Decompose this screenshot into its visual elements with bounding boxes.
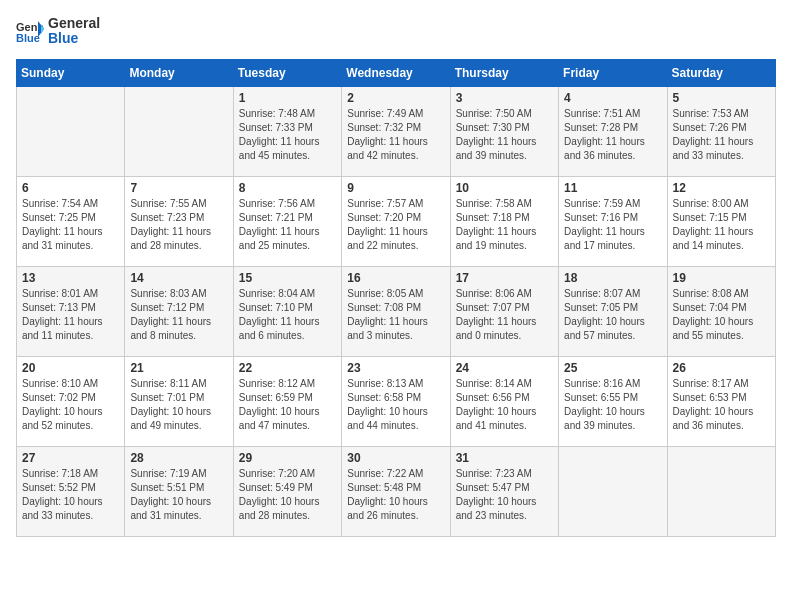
cell-content: Sunrise: 7:20 AMSunset: 5:49 PMDaylight:… xyxy=(239,467,336,523)
logo-blue: Blue xyxy=(48,30,78,46)
calendar-cell: 11Sunrise: 7:59 AMSunset: 7:16 PMDayligh… xyxy=(559,176,667,266)
page-header: General Blue General Blue xyxy=(16,16,776,47)
calendar-week-row: 27Sunrise: 7:18 AMSunset: 5:52 PMDayligh… xyxy=(17,446,776,536)
cell-content: Sunrise: 8:10 AMSunset: 7:02 PMDaylight:… xyxy=(22,377,119,433)
calendar-cell: 3Sunrise: 7:50 AMSunset: 7:30 PMDaylight… xyxy=(450,86,558,176)
calendar-cell: 8Sunrise: 7:56 AMSunset: 7:21 PMDaylight… xyxy=(233,176,341,266)
day-number: 5 xyxy=(673,91,770,105)
day-of-week-header: Tuesday xyxy=(233,59,341,86)
cell-content: Sunrise: 7:22 AMSunset: 5:48 PMDaylight:… xyxy=(347,467,444,523)
cell-content: Sunrise: 7:50 AMSunset: 7:30 PMDaylight:… xyxy=(456,107,553,163)
calendar-cell: 15Sunrise: 8:04 AMSunset: 7:10 PMDayligh… xyxy=(233,266,341,356)
day-of-week-header: Friday xyxy=(559,59,667,86)
calendar-cell: 16Sunrise: 8:05 AMSunset: 7:08 PMDayligh… xyxy=(342,266,450,356)
cell-content: Sunrise: 8:14 AMSunset: 6:56 PMDaylight:… xyxy=(456,377,553,433)
cell-content: Sunrise: 7:48 AMSunset: 7:33 PMDaylight:… xyxy=(239,107,336,163)
calendar-cell: 12Sunrise: 8:00 AMSunset: 7:15 PMDayligh… xyxy=(667,176,775,266)
calendar-cell: 9Sunrise: 7:57 AMSunset: 7:20 PMDaylight… xyxy=(342,176,450,266)
cell-content: Sunrise: 7:58 AMSunset: 7:18 PMDaylight:… xyxy=(456,197,553,253)
calendar-cell: 19Sunrise: 8:08 AMSunset: 7:04 PMDayligh… xyxy=(667,266,775,356)
day-number: 1 xyxy=(239,91,336,105)
calendar-cell: 22Sunrise: 8:12 AMSunset: 6:59 PMDayligh… xyxy=(233,356,341,446)
calendar-cell: 31Sunrise: 7:23 AMSunset: 5:47 PMDayligh… xyxy=(450,446,558,536)
calendar-cell: 25Sunrise: 8:16 AMSunset: 6:55 PMDayligh… xyxy=(559,356,667,446)
calendar-week-row: 6Sunrise: 7:54 AMSunset: 7:25 PMDaylight… xyxy=(17,176,776,266)
calendar-table: SundayMondayTuesdayWednesdayThursdayFrid… xyxy=(16,59,776,537)
calendar-cell: 29Sunrise: 7:20 AMSunset: 5:49 PMDayligh… xyxy=(233,446,341,536)
cell-content: Sunrise: 8:11 AMSunset: 7:01 PMDaylight:… xyxy=(130,377,227,433)
day-number: 29 xyxy=(239,451,336,465)
cell-content: Sunrise: 7:51 AMSunset: 7:28 PMDaylight:… xyxy=(564,107,661,163)
cell-content: Sunrise: 8:00 AMSunset: 7:15 PMDaylight:… xyxy=(673,197,770,253)
day-of-week-header: Monday xyxy=(125,59,233,86)
calendar-cell: 27Sunrise: 7:18 AMSunset: 5:52 PMDayligh… xyxy=(17,446,125,536)
cell-content: Sunrise: 7:57 AMSunset: 7:20 PMDaylight:… xyxy=(347,197,444,253)
day-number: 28 xyxy=(130,451,227,465)
day-number: 12 xyxy=(673,181,770,195)
calendar-cell: 23Sunrise: 8:13 AMSunset: 6:58 PMDayligh… xyxy=(342,356,450,446)
day-number: 8 xyxy=(239,181,336,195)
day-of-week-header: Thursday xyxy=(450,59,558,86)
day-of-week-header: Wednesday xyxy=(342,59,450,86)
cell-content: Sunrise: 8:13 AMSunset: 6:58 PMDaylight:… xyxy=(347,377,444,433)
day-number: 9 xyxy=(347,181,444,195)
calendar-cell: 20Sunrise: 8:10 AMSunset: 7:02 PMDayligh… xyxy=(17,356,125,446)
calendar-cell xyxy=(125,86,233,176)
day-number: 11 xyxy=(564,181,661,195)
calendar-cell: 18Sunrise: 8:07 AMSunset: 7:05 PMDayligh… xyxy=(559,266,667,356)
day-number: 13 xyxy=(22,271,119,285)
day-number: 26 xyxy=(673,361,770,375)
cell-content: Sunrise: 7:49 AMSunset: 7:32 PMDaylight:… xyxy=(347,107,444,163)
day-number: 4 xyxy=(564,91,661,105)
day-number: 14 xyxy=(130,271,227,285)
calendar-cell: 30Sunrise: 7:22 AMSunset: 5:48 PMDayligh… xyxy=(342,446,450,536)
calendar-cell: 7Sunrise: 7:55 AMSunset: 7:23 PMDaylight… xyxy=(125,176,233,266)
day-number: 2 xyxy=(347,91,444,105)
cell-content: Sunrise: 7:23 AMSunset: 5:47 PMDaylight:… xyxy=(456,467,553,523)
day-number: 23 xyxy=(347,361,444,375)
day-number: 31 xyxy=(456,451,553,465)
day-number: 17 xyxy=(456,271,553,285)
day-of-week-header: Saturday xyxy=(667,59,775,86)
cell-content: Sunrise: 7:59 AMSunset: 7:16 PMDaylight:… xyxy=(564,197,661,253)
cell-content: Sunrise: 7:53 AMSunset: 7:26 PMDaylight:… xyxy=(673,107,770,163)
day-number: 3 xyxy=(456,91,553,105)
day-number: 16 xyxy=(347,271,444,285)
calendar-cell: 1Sunrise: 7:48 AMSunset: 7:33 PMDaylight… xyxy=(233,86,341,176)
day-number: 7 xyxy=(130,181,227,195)
logo-general: General xyxy=(48,15,100,31)
cell-content: Sunrise: 8:12 AMSunset: 6:59 PMDaylight:… xyxy=(239,377,336,433)
calendar-week-row: 1Sunrise: 7:48 AMSunset: 7:33 PMDaylight… xyxy=(17,86,776,176)
day-number: 27 xyxy=(22,451,119,465)
logo: General Blue General Blue xyxy=(16,16,100,47)
calendar-header-row: SundayMondayTuesdayWednesdayThursdayFrid… xyxy=(17,59,776,86)
cell-content: Sunrise: 8:05 AMSunset: 7:08 PMDaylight:… xyxy=(347,287,444,343)
day-number: 15 xyxy=(239,271,336,285)
day-number: 21 xyxy=(130,361,227,375)
day-number: 30 xyxy=(347,451,444,465)
cell-content: Sunrise: 7:54 AMSunset: 7:25 PMDaylight:… xyxy=(22,197,119,253)
calendar-cell: 13Sunrise: 8:01 AMSunset: 7:13 PMDayligh… xyxy=(17,266,125,356)
cell-content: Sunrise: 7:55 AMSunset: 7:23 PMDaylight:… xyxy=(130,197,227,253)
day-number: 18 xyxy=(564,271,661,285)
calendar-cell: 4Sunrise: 7:51 AMSunset: 7:28 PMDaylight… xyxy=(559,86,667,176)
calendar-week-row: 13Sunrise: 8:01 AMSunset: 7:13 PMDayligh… xyxy=(17,266,776,356)
calendar-cell: 17Sunrise: 8:06 AMSunset: 7:07 PMDayligh… xyxy=(450,266,558,356)
calendar-cell: 6Sunrise: 7:54 AMSunset: 7:25 PMDaylight… xyxy=(17,176,125,266)
day-number: 19 xyxy=(673,271,770,285)
calendar-cell xyxy=(17,86,125,176)
day-of-week-header: Sunday xyxy=(17,59,125,86)
cell-content: Sunrise: 8:04 AMSunset: 7:10 PMDaylight:… xyxy=(239,287,336,343)
calendar-cell: 10Sunrise: 7:58 AMSunset: 7:18 PMDayligh… xyxy=(450,176,558,266)
calendar-cell: 5Sunrise: 7:53 AMSunset: 7:26 PMDaylight… xyxy=(667,86,775,176)
day-number: 25 xyxy=(564,361,661,375)
cell-content: Sunrise: 8:03 AMSunset: 7:12 PMDaylight:… xyxy=(130,287,227,343)
day-number: 6 xyxy=(22,181,119,195)
cell-content: Sunrise: 8:08 AMSunset: 7:04 PMDaylight:… xyxy=(673,287,770,343)
calendar-cell: 28Sunrise: 7:19 AMSunset: 5:51 PMDayligh… xyxy=(125,446,233,536)
cell-content: Sunrise: 8:16 AMSunset: 6:55 PMDaylight:… xyxy=(564,377,661,433)
day-number: 10 xyxy=(456,181,553,195)
svg-text:Blue: Blue xyxy=(16,32,40,43)
day-number: 24 xyxy=(456,361,553,375)
cell-content: Sunrise: 7:56 AMSunset: 7:21 PMDaylight:… xyxy=(239,197,336,253)
